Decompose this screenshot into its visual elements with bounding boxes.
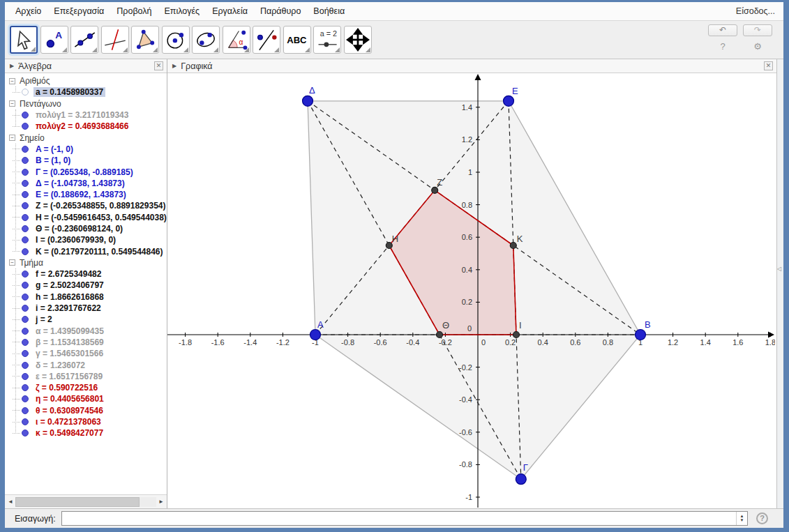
tool-point-button[interactable]: A: [40, 26, 68, 54]
algebra-group-header[interactable]: −Πεντάγωνο: [9, 98, 167, 109]
undo-button[interactable]: ↶: [708, 24, 737, 36]
tool-slider-button[interactable]: a = 2: [313, 26, 341, 54]
point-E[interactable]: [504, 96, 514, 106]
help-icon[interactable]: ?: [708, 41, 737, 52]
menu-item[interactable]: Επιλογές: [158, 3, 206, 19]
visibility-dot-icon[interactable]: [22, 373, 29, 380]
point-K[interactable]: [510, 243, 516, 249]
visibility-dot-icon[interactable]: [22, 214, 29, 221]
visibility-dot-icon[interactable]: [22, 225, 29, 232]
visibility-dot-icon[interactable]: [22, 271, 29, 278]
visibility-dot-icon[interactable]: [22, 328, 29, 335]
visibility-dot-icon[interactable]: [22, 89, 29, 96]
visibility-dot-icon[interactable]: [22, 157, 29, 164]
visibility-dot-icon[interactable]: [22, 123, 29, 130]
visibility-dot-icon[interactable]: [22, 112, 29, 119]
command-input[interactable]: [62, 512, 736, 525]
point-Γ[interactable]: [516, 474, 526, 485]
algebra-item[interactable]: A = (-1, 0): [13, 144, 167, 155]
sign-in-menu-item[interactable]: Είσοδος...: [736, 6, 783, 16]
menu-item[interactable]: Επεξεργασία: [47, 3, 110, 19]
visibility-dot-icon[interactable]: [22, 169, 29, 176]
tool-move-button[interactable]: [10, 26, 38, 54]
point-Z[interactable]: [432, 187, 438, 193]
scrollbar-thumb[interactable]: [15, 497, 140, 507]
redo-button[interactable]: ↷: [743, 24, 772, 36]
algebra-item[interactable]: ι = 0.4721378063: [13, 416, 167, 427]
input-history-spinner-icon[interactable]: ▲▼: [736, 512, 747, 525]
algebra-item[interactable]: β = 1.1534138569: [13, 337, 167, 348]
collapse-minus-icon[interactable]: −: [9, 78, 15, 84]
visibility-dot-icon[interactable]: [22, 191, 29, 198]
algebra-item[interactable]: K = (0.2179720111, 0.549544846): [13, 245, 167, 257]
visibility-dot-icon[interactable]: [22, 407, 29, 414]
algebra-group-header[interactable]: −Αριθμός: [9, 75, 167, 86]
algebra-item[interactable]: f = 2.6725349482: [13, 268, 167, 280]
visibility-dot-icon[interactable]: [22, 202, 29, 209]
collapse-minus-icon[interactable]: −: [9, 135, 15, 141]
tool-conic-button[interactable]: [192, 26, 220, 54]
tool-polygon-button[interactable]: [131, 26, 159, 54]
tool-line-button[interactable]: [70, 26, 98, 54]
algebra-item[interactable]: πολύγ1 = 3.2171019343: [13, 109, 167, 121]
point-A[interactable]: [310, 330, 321, 340]
visibility-dot-icon[interactable]: [22, 146, 29, 153]
algebra-item[interactable]: a = 0.1458980337: [13, 86, 167, 98]
tool-dropdown-icon[interactable]: [31, 47, 36, 52]
tool-dropdown-icon[interactable]: [366, 47, 370, 52]
close-icon[interactable]: ✕: [154, 61, 163, 70]
algebra-item[interactable]: η = 0.4405656801: [13, 393, 167, 404]
point-Θ[interactable]: [437, 332, 443, 338]
algebra-item[interactable]: πολύγ2 = 0.4693688466: [13, 121, 167, 132]
visibility-dot-icon[interactable]: [22, 362, 29, 369]
algebra-group-header[interactable]: −Σημείο: [9, 132, 167, 143]
algebra-item[interactable]: Γ = (0.265348, -0.889185): [13, 166, 167, 177]
visibility-dot-icon[interactable]: [22, 248, 29, 255]
tool-dropdown-icon[interactable]: [213, 47, 218, 52]
algebra-item[interactable]: δ = 1.236072: [13, 359, 167, 370]
visibility-dot-icon[interactable]: [22, 430, 29, 436]
visibility-dot-icon[interactable]: [22, 384, 29, 391]
gear-icon[interactable]: ⚙: [743, 41, 772, 52]
graphics-view[interactable]: -1.8-1.6-1.4-1.2-1-0.8-0.6-0.4-0.200.20.…: [167, 73, 776, 508]
scroll-left-icon[interactable]: ◄: [6, 499, 15, 505]
algebra-item[interactable]: H = (-0.5459616453, 0.549544038): [13, 212, 167, 223]
algebra-item[interactable]: B = (1, 0): [13, 155, 167, 166]
algebra-item[interactable]: j = 2: [13, 314, 167, 325]
algebra-item[interactable]: E = (0.188692, 1.43873): [13, 189, 167, 200]
visibility-dot-icon[interactable]: [22, 282, 29, 289]
algebra-item[interactable]: Θ = (-0.2360698124, 0): [13, 223, 167, 234]
collapse-minus-icon[interactable]: −: [9, 259, 15, 266]
collapse-left-icon[interactable]: ◁: [777, 266, 781, 272]
visibility-dot-icon[interactable]: [22, 305, 29, 312]
panel-expand-icon[interactable]: ▶: [172, 63, 176, 69]
menu-item[interactable]: Βοήθεια: [307, 3, 351, 19]
tool-text-button[interactable]: ABC: [283, 26, 311, 54]
algebra-item[interactable]: θ = 0.6308974546: [13, 405, 167, 416]
tool-dropdown-icon[interactable]: [153, 47, 158, 52]
collapse-minus-icon[interactable]: −: [9, 100, 15, 107]
tool-dropdown-icon[interactable]: [92, 47, 97, 52]
algebra-horizontal-scrollbar[interactable]: ◄ ►: [5, 494, 167, 508]
panel-expand-icon[interactable]: ▶: [10, 63, 14, 69]
algebra-item[interactable]: Δ = (-1.04738, 1.43873): [13, 178, 167, 189]
tool-transform-button[interactable]: [253, 26, 280, 54]
scrollbar-track[interactable]: [15, 497, 156, 507]
visibility-dot-icon[interactable]: [22, 339, 29, 346]
visibility-dot-icon[interactable]: [22, 350, 29, 357]
visibility-dot-icon[interactable]: [22, 180, 29, 187]
algebra-item[interactable]: i = 2.3291767622: [13, 303, 167, 314]
input-help-icon[interactable]: ?: [756, 512, 768, 524]
visibility-dot-icon[interactable]: [22, 395, 29, 402]
menu-item[interactable]: Εργαλεία: [206, 3, 254, 19]
tool-special-line-button[interactable]: [101, 26, 129, 54]
algebra-item[interactable]: ε = 1.6517156789: [13, 371, 167, 382]
tool-move-graphics-button[interactable]: [344, 26, 372, 54]
tool-angle-button[interactable]: α: [223, 26, 250, 54]
visibility-dot-icon[interactable]: [22, 316, 29, 323]
close-icon[interactable]: ✕: [764, 61, 773, 70]
tool-dropdown-icon[interactable]: [123, 47, 128, 52]
algebra-item[interactable]: h = 1.8662616868: [13, 291, 167, 303]
visibility-dot-icon[interactable]: [22, 294, 29, 301]
point-Δ[interactable]: [303, 96, 313, 106]
